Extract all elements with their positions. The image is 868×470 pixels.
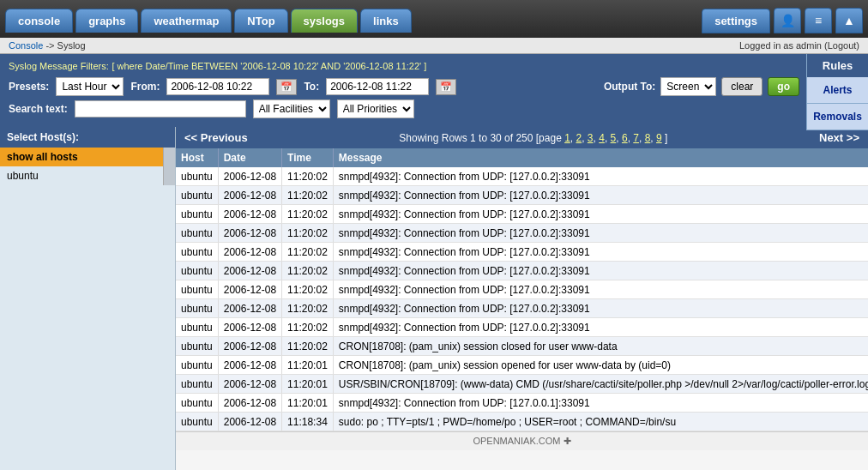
cell-time: 11:20:01 [282,356,334,375]
host-item-show-all-hosts[interactable]: show all hosts [0,148,163,166]
cell-message: sudo: po ; TTY=pts/1 ; PWD=/home/po ; US… [333,413,868,431]
table-row: ubuntu2006-12-0811:20:01CRON[18708]: (pa… [176,356,868,375]
settings-tab[interactable]: settings [702,9,770,33]
main-area: Select Host(s): show all hostsubuntu << … [0,127,868,470]
table-row: ubuntu2006-12-0811:20:02snmpd[4932]: Con… [176,280,868,299]
up-icon-btn[interactable]: ▲ [835,8,863,33]
table-row: ubuntu2006-12-0811:20:02snmpd[4932]: Con… [176,243,868,262]
cell-time: 11:20:01 [282,394,334,413]
to-input[interactable] [326,78,429,95]
nav-right-controls: settings 👤 ≡ ▲ [702,8,863,33]
nav-tab-graphs[interactable]: graphs [75,9,138,33]
table-row: ubuntu2006-12-0811:20:02snmpd[4932]: Con… [176,318,868,337]
table-row: ubuntu2006-12-0811:20:02CRON[18708]: (pa… [176,337,868,356]
cell-host: ubuntu [176,167,218,186]
priorities-select[interactable]: All Priorities emerg alert info [337,99,414,118]
go-button[interactable]: go [768,77,799,96]
table-row: ubuntu2006-12-0811:20:02snmpd[4932]: Con… [176,224,868,243]
cell-date: 2006-12-08 [218,224,281,243]
cell-message: snmpd[4932]: Connection from UDP: [127.0… [333,224,868,243]
host-panel-title: Select Host(s): [0,127,175,148]
rules-title: Rules [807,54,868,77]
facilities-select[interactable]: All Facilities kern user [253,99,330,118]
cell-time: 11:20:02 [282,280,334,299]
search-input[interactable] [75,100,246,118]
cell-date: 2006-12-08 [218,186,281,205]
cell-time: 11:20:02 [282,167,334,186]
prev-button[interactable]: << Previous [184,131,248,144]
cell-date: 2006-12-08 [218,375,281,394]
presets-select[interactable]: Last Hour [56,77,124,96]
nav-tabs: consolegraphsweathermapNTopsyslogslinks [5,9,414,33]
page-link-5[interactable]: 5 [611,132,617,144]
cell-date: 2006-12-08 [218,167,281,186]
page-link-1[interactable]: 1 [564,132,570,144]
nav-tab-ntop[interactable]: NTop [234,9,287,33]
cell-time: 11:20:02 [282,243,334,262]
nav-tab-syslogs[interactable]: syslogs [291,9,358,33]
alerts-rule[interactable]: Alerts [807,77,868,104]
to-calendar-btn[interactable]: 📅 [436,79,456,95]
cell-host: ubuntu [176,375,218,394]
cell-message: snmpd[4932]: Connection from UDP: [127.0… [333,280,868,299]
cell-host: ubuntu [176,394,218,413]
page-link-4[interactable]: 4 [599,132,605,144]
table-row: ubuntu2006-12-0811:20:02snmpd[4932]: Con… [176,186,868,205]
output-section: Output To: Screen CSV Text clear go [604,77,799,96]
log-area: << Previous Showing Rows 1 to 30 of 250 … [176,127,868,470]
cell-time: 11:20:02 [282,224,334,243]
cell-date: 2006-12-08 [218,337,281,356]
log-table: HostDateTimeMessageLevelOptions ubuntu20… [176,148,868,431]
next-button[interactable]: Next >> [819,131,859,144]
from-input[interactable] [166,78,269,95]
cell-time: 11:20:01 [282,375,334,394]
cell-time: 11:20:02 [282,337,334,356]
page-link-7[interactable]: 7 [633,132,639,144]
cell-host: ubuntu [176,280,218,299]
from-calendar-btn[interactable]: 📅 [276,79,297,95]
nav-tab-links[interactable]: links [360,9,412,33]
page-link-6[interactable]: 6 [622,132,628,144]
col-header-host: Host [176,148,218,167]
page-link-2[interactable]: 2 [576,132,582,144]
breadcrumb: Console -> Syslog [9,40,86,51]
cell-host: ubuntu [176,243,218,262]
table-row: ubuntu2006-12-0811:18:34sudo: po ; TTY=p… [176,413,868,431]
page-link-3[interactable]: 3 [588,132,594,144]
nav-tab-weathermap[interactable]: weathermap [141,9,232,33]
page-link-8[interactable]: 8 [645,132,651,144]
filter-row1: Presets: Last Hour From: 📅 To: 📅 Output … [9,77,799,96]
cell-host: ubuntu [176,318,218,337]
console-link[interactable]: Console [9,40,43,51]
nav-tab-console[interactable]: console [5,9,73,33]
log-navigation: << Previous Showing Rows 1 to 30 of 250 … [176,127,868,148]
filter-rules-area: Syslog Message Filters: [ where Date/Tim… [0,54,868,127]
breadcrumb-bar: Console -> Syslog Logged in as admin (Lo… [0,38,868,54]
cell-host: ubuntu [176,299,218,318]
host-scrollbar[interactable] [163,148,175,185]
output-select[interactable]: Screen CSV Text [660,77,716,96]
watermark: OPENMANIAK.COM ✚ [176,431,868,450]
login-status: Logged in as admin (Logout) [739,40,859,51]
host-item-ubuntu[interactable]: ubuntu [0,166,163,185]
filter-where-clause: [ where Date/Time BETWEEN '2006-12-08 10… [112,61,426,71]
filter-row2: Search text: All Facilities kern user Al… [9,99,799,118]
table-row: ubuntu2006-12-0811:20:02snmpd[4932]: Con… [176,299,868,318]
table-header-row: HostDateTimeMessageLevelOptions [176,148,868,167]
host-list: show all hostsubuntu [0,148,163,185]
filter-title: Syslog Message Filters: [ where Date/Tim… [9,59,799,72]
page-info: Showing Rows 1 to 30 of 250 [page 1, 2, … [399,132,667,144]
cell-message: snmpd[4932]: Connection from UDP: [127.0… [333,186,868,205]
breadcrumb-arrow: -> [45,40,54,51]
menu-icon-btn[interactable]: ≡ [805,8,832,33]
cell-date: 2006-12-08 [218,243,281,262]
page-link-9[interactable]: 9 [656,132,662,144]
clear-button[interactable]: clear [721,77,763,96]
cell-message: snmpd[4932]: Connection from UDP: [127.0… [333,394,868,413]
user-icon-btn[interactable]: 👤 [774,8,801,33]
cell-message: snmpd[4932]: Connection from UDP: [127.0… [333,205,868,224]
cell-host: ubuntu [176,337,218,356]
cell-date: 2006-12-08 [218,318,281,337]
cell-date: 2006-12-08 [218,413,281,431]
removals-rule[interactable]: Removals [807,104,868,130]
